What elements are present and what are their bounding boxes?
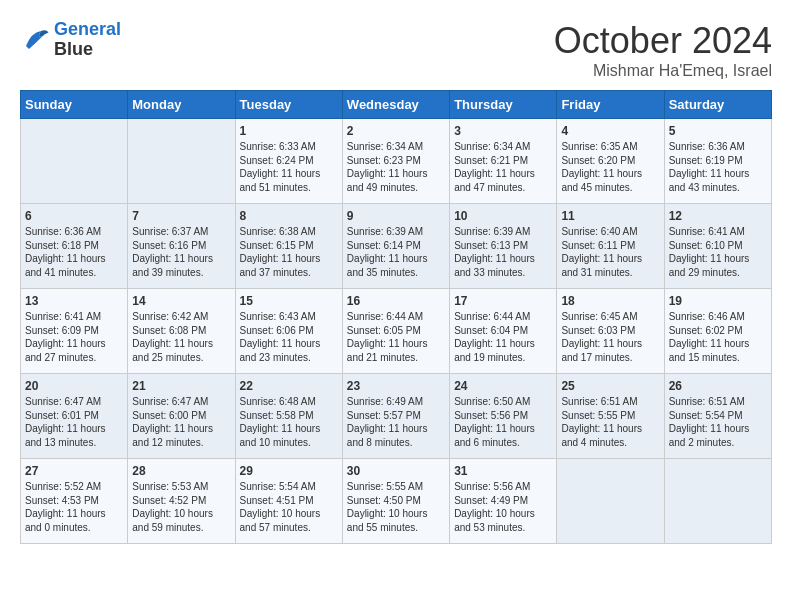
logo-text: General Blue bbox=[54, 20, 121, 60]
calendar-cell: 2Sunrise: 6:34 AMSunset: 6:23 PMDaylight… bbox=[342, 119, 449, 204]
calendar-cell: 25Sunrise: 6:51 AMSunset: 5:55 PMDayligh… bbox=[557, 374, 664, 459]
cell-content: Sunrise: 6:39 AMSunset: 6:13 PMDaylight:… bbox=[454, 225, 552, 279]
day-number: 2 bbox=[347, 124, 445, 138]
cell-content: Sunrise: 6:51 AMSunset: 5:54 PMDaylight:… bbox=[669, 395, 767, 449]
day-number: 28 bbox=[132, 464, 230, 478]
calendar-cell: 28Sunrise: 5:53 AMSunset: 4:52 PMDayligh… bbox=[128, 459, 235, 544]
cell-content: Sunrise: 6:36 AMSunset: 6:18 PMDaylight:… bbox=[25, 225, 123, 279]
header-sunday: Sunday bbox=[21, 91, 128, 119]
calendar-cell: 16Sunrise: 6:44 AMSunset: 6:05 PMDayligh… bbox=[342, 289, 449, 374]
location-title: Mishmar Ha'Emeq, Israel bbox=[554, 62, 772, 80]
cell-content: Sunrise: 5:52 AMSunset: 4:53 PMDaylight:… bbox=[25, 480, 123, 534]
day-number: 7 bbox=[132, 209, 230, 223]
cell-content: Sunrise: 6:34 AMSunset: 6:21 PMDaylight:… bbox=[454, 140, 552, 194]
calendar-cell: 3Sunrise: 6:34 AMSunset: 6:21 PMDaylight… bbox=[450, 119, 557, 204]
cell-content: Sunrise: 6:34 AMSunset: 6:23 PMDaylight:… bbox=[347, 140, 445, 194]
day-number: 10 bbox=[454, 209, 552, 223]
day-number: 13 bbox=[25, 294, 123, 308]
day-number: 1 bbox=[240, 124, 338, 138]
cell-content: Sunrise: 6:38 AMSunset: 6:15 PMDaylight:… bbox=[240, 225, 338, 279]
day-number: 14 bbox=[132, 294, 230, 308]
cell-content: Sunrise: 6:51 AMSunset: 5:55 PMDaylight:… bbox=[561, 395, 659, 449]
week-row-2: 6Sunrise: 6:36 AMSunset: 6:18 PMDaylight… bbox=[21, 204, 772, 289]
day-number: 27 bbox=[25, 464, 123, 478]
day-number: 20 bbox=[25, 379, 123, 393]
header-thursday: Thursday bbox=[450, 91, 557, 119]
logo-icon bbox=[20, 25, 50, 55]
week-row-5: 27Sunrise: 5:52 AMSunset: 4:53 PMDayligh… bbox=[21, 459, 772, 544]
calendar-cell: 4Sunrise: 6:35 AMSunset: 6:20 PMDaylight… bbox=[557, 119, 664, 204]
day-number: 16 bbox=[347, 294, 445, 308]
cell-content: Sunrise: 6:47 AMSunset: 6:01 PMDaylight:… bbox=[25, 395, 123, 449]
cell-content: Sunrise: 6:40 AMSunset: 6:11 PMDaylight:… bbox=[561, 225, 659, 279]
cell-content: Sunrise: 6:45 AMSunset: 6:03 PMDaylight:… bbox=[561, 310, 659, 364]
day-number: 12 bbox=[669, 209, 767, 223]
cell-content: Sunrise: 6:48 AMSunset: 5:58 PMDaylight:… bbox=[240, 395, 338, 449]
calendar-cell: 21Sunrise: 6:47 AMSunset: 6:00 PMDayligh… bbox=[128, 374, 235, 459]
cell-content: Sunrise: 5:54 AMSunset: 4:51 PMDaylight:… bbox=[240, 480, 338, 534]
calendar-cell: 15Sunrise: 6:43 AMSunset: 6:06 PMDayligh… bbox=[235, 289, 342, 374]
calendar-cell bbox=[128, 119, 235, 204]
calendar-cell: 5Sunrise: 6:36 AMSunset: 6:19 PMDaylight… bbox=[664, 119, 771, 204]
cell-content: Sunrise: 6:41 AMSunset: 6:09 PMDaylight:… bbox=[25, 310, 123, 364]
header-row: SundayMondayTuesdayWednesdayThursdayFrid… bbox=[21, 91, 772, 119]
calendar-cell bbox=[664, 459, 771, 544]
header-friday: Friday bbox=[557, 91, 664, 119]
day-number: 23 bbox=[347, 379, 445, 393]
day-number: 3 bbox=[454, 124, 552, 138]
day-number: 31 bbox=[454, 464, 552, 478]
calendar-cell: 29Sunrise: 5:54 AMSunset: 4:51 PMDayligh… bbox=[235, 459, 342, 544]
cell-content: Sunrise: 6:47 AMSunset: 6:00 PMDaylight:… bbox=[132, 395, 230, 449]
header-monday: Monday bbox=[128, 91, 235, 119]
cell-content: Sunrise: 6:36 AMSunset: 6:19 PMDaylight:… bbox=[669, 140, 767, 194]
day-number: 9 bbox=[347, 209, 445, 223]
title-block: October 2024 Mishmar Ha'Emeq, Israel bbox=[554, 20, 772, 80]
day-number: 18 bbox=[561, 294, 659, 308]
calendar-cell: 7Sunrise: 6:37 AMSunset: 6:16 PMDaylight… bbox=[128, 204, 235, 289]
calendar-cell: 22Sunrise: 6:48 AMSunset: 5:58 PMDayligh… bbox=[235, 374, 342, 459]
cell-content: Sunrise: 6:39 AMSunset: 6:14 PMDaylight:… bbox=[347, 225, 445, 279]
day-number: 24 bbox=[454, 379, 552, 393]
calendar-cell: 30Sunrise: 5:55 AMSunset: 4:50 PMDayligh… bbox=[342, 459, 449, 544]
week-row-3: 13Sunrise: 6:41 AMSunset: 6:09 PMDayligh… bbox=[21, 289, 772, 374]
calendar-table: SundayMondayTuesdayWednesdayThursdayFrid… bbox=[20, 90, 772, 544]
cell-content: Sunrise: 5:56 AMSunset: 4:49 PMDaylight:… bbox=[454, 480, 552, 534]
header-tuesday: Tuesday bbox=[235, 91, 342, 119]
day-number: 15 bbox=[240, 294, 338, 308]
cell-content: Sunrise: 6:44 AMSunset: 6:04 PMDaylight:… bbox=[454, 310, 552, 364]
calendar-cell: 19Sunrise: 6:46 AMSunset: 6:02 PMDayligh… bbox=[664, 289, 771, 374]
logo: General Blue bbox=[20, 20, 121, 60]
cell-content: Sunrise: 6:43 AMSunset: 6:06 PMDaylight:… bbox=[240, 310, 338, 364]
month-title: October 2024 bbox=[554, 20, 772, 62]
calendar-cell: 6Sunrise: 6:36 AMSunset: 6:18 PMDaylight… bbox=[21, 204, 128, 289]
header-saturday: Saturday bbox=[664, 91, 771, 119]
day-number: 30 bbox=[347, 464, 445, 478]
calendar-cell: 13Sunrise: 6:41 AMSunset: 6:09 PMDayligh… bbox=[21, 289, 128, 374]
cell-content: Sunrise: 6:46 AMSunset: 6:02 PMDaylight:… bbox=[669, 310, 767, 364]
week-row-1: 1Sunrise: 6:33 AMSunset: 6:24 PMDaylight… bbox=[21, 119, 772, 204]
calendar-cell: 31Sunrise: 5:56 AMSunset: 4:49 PMDayligh… bbox=[450, 459, 557, 544]
calendar-cell: 1Sunrise: 6:33 AMSunset: 6:24 PMDaylight… bbox=[235, 119, 342, 204]
day-number: 25 bbox=[561, 379, 659, 393]
week-row-4: 20Sunrise: 6:47 AMSunset: 6:01 PMDayligh… bbox=[21, 374, 772, 459]
calendar-cell: 12Sunrise: 6:41 AMSunset: 6:10 PMDayligh… bbox=[664, 204, 771, 289]
day-number: 22 bbox=[240, 379, 338, 393]
calendar-cell: 18Sunrise: 6:45 AMSunset: 6:03 PMDayligh… bbox=[557, 289, 664, 374]
cell-content: Sunrise: 5:55 AMSunset: 4:50 PMDaylight:… bbox=[347, 480, 445, 534]
day-number: 5 bbox=[669, 124, 767, 138]
calendar-cell: 23Sunrise: 6:49 AMSunset: 5:57 PMDayligh… bbox=[342, 374, 449, 459]
calendar-cell: 24Sunrise: 6:50 AMSunset: 5:56 PMDayligh… bbox=[450, 374, 557, 459]
cell-content: Sunrise: 6:42 AMSunset: 6:08 PMDaylight:… bbox=[132, 310, 230, 364]
calendar-cell: 10Sunrise: 6:39 AMSunset: 6:13 PMDayligh… bbox=[450, 204, 557, 289]
calendar-cell: 14Sunrise: 6:42 AMSunset: 6:08 PMDayligh… bbox=[128, 289, 235, 374]
calendar-cell: 11Sunrise: 6:40 AMSunset: 6:11 PMDayligh… bbox=[557, 204, 664, 289]
day-number: 19 bbox=[669, 294, 767, 308]
calendar-cell bbox=[557, 459, 664, 544]
day-number: 8 bbox=[240, 209, 338, 223]
calendar-cell: 8Sunrise: 6:38 AMSunset: 6:15 PMDaylight… bbox=[235, 204, 342, 289]
page-header: General Blue October 2024 Mishmar Ha'Eme… bbox=[20, 20, 772, 80]
cell-content: Sunrise: 5:53 AMSunset: 4:52 PMDaylight:… bbox=[132, 480, 230, 534]
cell-content: Sunrise: 6:41 AMSunset: 6:10 PMDaylight:… bbox=[669, 225, 767, 279]
cell-content: Sunrise: 6:49 AMSunset: 5:57 PMDaylight:… bbox=[347, 395, 445, 449]
day-number: 21 bbox=[132, 379, 230, 393]
